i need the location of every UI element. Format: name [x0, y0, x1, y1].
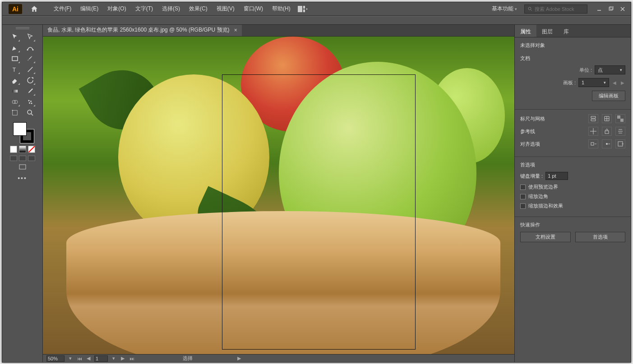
rectangle-tool[interactable] [9, 54, 20, 64]
tab-properties[interactable]: 属性 [515, 25, 536, 37]
close-button[interactable] [617, 5, 628, 13]
svg-text:T: T [12, 67, 16, 73]
artboard-label: 画板 : [563, 79, 576, 86]
symbol-sprayer-tool[interactable] [25, 97, 36, 107]
prev-artboard-icon[interactable]: ◀ [85, 355, 92, 362]
snap-grid-icon[interactable] [615, 139, 625, 148]
zoom-dropdown-icon[interactable]: ▾ [67, 355, 74, 362]
first-artboard-icon[interactable]: ⏮ [76, 355, 83, 362]
fill-swatch[interactable] [13, 122, 27, 136]
scale-corners-checkbox[interactable] [520, 194, 526, 199]
artboard-select[interactable]: 1▾ [578, 78, 609, 87]
menu-window[interactable]: 窗口(W) [239, 2, 268, 15]
none-mode[interactable] [28, 146, 35, 153]
gradient-tool[interactable] [9, 86, 20, 96]
units-label: 单位 : [579, 67, 592, 74]
svg-point-13 [32, 49, 33, 51]
draw-behind[interactable] [19, 156, 26, 161]
edit-toolbar[interactable]: ••• [18, 175, 27, 182]
last-artboard-icon[interactable]: ⏭ [129, 355, 135, 362]
document-area: 食品, 水果, 绿色和红色的苹果 2560x1600 桌布.jpg @ 50% … [43, 25, 514, 362]
artboard-tool[interactable] [9, 108, 20, 118]
snap-pixel-icon[interactable] [588, 139, 598, 148]
svg-point-18 [12, 100, 16, 104]
use-preview-bounds-checkbox[interactable] [520, 184, 526, 190]
menu-edit[interactable]: 编辑(E) [76, 2, 103, 15]
svg-point-3 [528, 7, 531, 10]
app-window: Ai 文件(F) 编辑(E) 对象(O) 文字(T) 选择(S) 效果(C) 视… [2, 2, 631, 363]
fill-stroke-swatch[interactable] [11, 121, 34, 144]
zoom-input[interactable] [46, 355, 65, 362]
document-tab[interactable]: 食品, 水果, 绿色和红色的苹果 2560x1600 桌布.jpg @ 50% … [43, 25, 242, 36]
search-box[interactable] [524, 5, 587, 14]
next-artboard-button[interactable]: ▶ [620, 80, 625, 85]
grid-icon[interactable] [602, 114, 612, 123]
zoom-tool[interactable] [25, 108, 36, 118]
properties-panel: 属性 图层 库 未选择对象 文档 单位 : 点▾ 画板 : 1▾ ◀ ▶ [514, 25, 631, 362]
status-menu-icon[interactable]: ▶ [236, 355, 242, 362]
draw-normal[interactable] [10, 156, 17, 161]
paintbrush-tool[interactable] [25, 54, 36, 64]
menu-view[interactable]: 视图(V) [212, 2, 239, 15]
arrange-documents-icon[interactable] [298, 6, 308, 12]
maximize-button[interactable] [605, 5, 616, 13]
artboard-dropdown-icon[interactable]: ▾ [111, 355, 117, 362]
rotate-tool[interactable] [25, 75, 36, 85]
status-bar: ▾ ⏮ ◀ ▾ ▶ ⏭ 选择 ▶ [43, 354, 514, 362]
canvas[interactable] [43, 37, 514, 354]
selection-tool[interactable] [9, 32, 20, 42]
svg-rect-31 [617, 115, 620, 119]
ruler-grid-label: 标尺与网格 [520, 115, 545, 122]
guides-visibility-icon[interactable] [588, 127, 598, 136]
svg-rect-17 [12, 90, 18, 92]
transparency-grid-icon[interactable] [615, 114, 625, 123]
prev-artboard-button[interactable]: ◀ [612, 80, 617, 85]
tab-libraries[interactable]: 库 [558, 25, 574, 37]
tab-layers[interactable]: 图层 [536, 25, 558, 37]
document-setup-button[interactable]: 文档设置 [520, 232, 571, 242]
screen-mode-icon[interactable] [18, 164, 27, 170]
snap-point-icon[interactable] [602, 139, 612, 148]
guides-lock-icon[interactable] [602, 127, 612, 136]
eyedropper-tool[interactable] [25, 86, 36, 96]
top-menu-bar: Ai 文件(F) 编辑(E) 对象(O) 文字(T) 选择(S) 效果(C) 视… [2, 2, 631, 16]
type-tool[interactable]: T [9, 65, 20, 74]
scale-strokes-checkbox[interactable] [520, 203, 526, 209]
minimize-button[interactable] [594, 5, 605, 13]
artboard-nav-input[interactable] [94, 355, 108, 362]
svg-line-28 [31, 114, 33, 115]
curvature-tool[interactable] [25, 43, 36, 53]
menu-type[interactable]: 文字(T) [131, 2, 157, 15]
ruler-icon[interactable] [588, 114, 598, 123]
gradient-mode[interactable] [19, 146, 26, 153]
next-artboard-icon[interactable]: ▶ [120, 355, 126, 362]
menu-object[interactable]: 对象(O) [103, 2, 130, 15]
eraser-tool[interactable] [9, 75, 20, 85]
direct-selection-tool[interactable] [25, 32, 36, 42]
svg-rect-2 [303, 9, 305, 12]
panel-grip[interactable] [14, 27, 32, 30]
shape-builder-tool[interactable] [9, 97, 20, 107]
close-tab-icon[interactable]: × [234, 27, 237, 33]
scale-strokes-label: 缩放描边和效果 [528, 203, 563, 209]
menu-file[interactable]: 文件(F) [49, 2, 76, 15]
color-mode[interactable] [10, 146, 17, 153]
svg-rect-7 [610, 6, 613, 9]
draw-inside[interactable] [28, 156, 35, 161]
home-icon[interactable] [28, 2, 41, 16]
svg-line-4 [531, 9, 532, 11]
line-segment-tool[interactable] [25, 65, 36, 74]
menu-effect[interactable]: 效果(C) [185, 2, 212, 15]
search-input[interactable] [535, 6, 580, 12]
workspace-switcher[interactable]: 基本功能 ▾ [488, 3, 521, 14]
svg-point-20 [28, 100, 29, 101]
edit-artboards-button[interactable]: 编辑画板 [592, 91, 625, 101]
units-select[interactable]: 点▾ [595, 65, 625, 74]
preferences-button[interactable]: 首选项 [575, 232, 626, 242]
menu-help[interactable]: 帮助(H) [268, 2, 295, 15]
smart-guides-icon[interactable] [615, 127, 625, 136]
key-increment-input[interactable] [545, 172, 568, 180]
document-section-title: 文档 [520, 55, 625, 62]
pen-tool[interactable] [9, 43, 20, 53]
menu-select[interactable]: 选择(S) [157, 2, 185, 15]
